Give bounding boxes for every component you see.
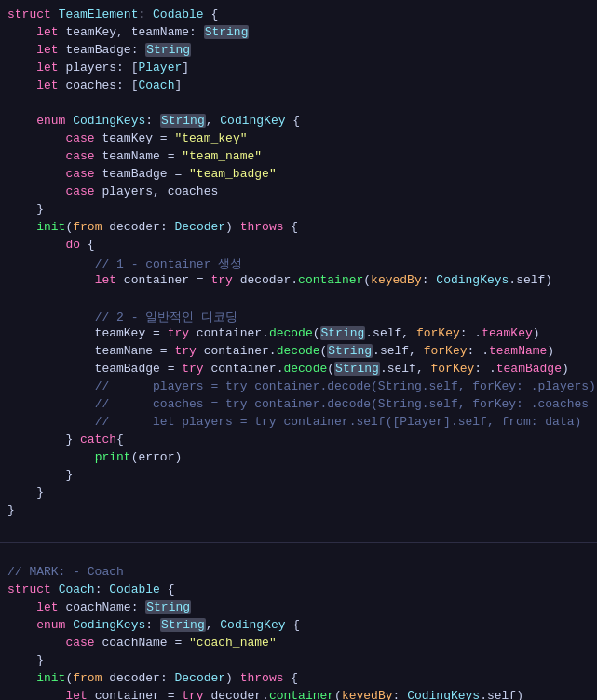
code-line: teamName = try container.decode(String.s… — [0, 344, 597, 362]
code-line: case players, coaches — [0, 185, 597, 202]
code-line: case coachName = "coach_name" — [0, 636, 597, 653]
code-line: let teamKey, teamName: String — [0, 25, 597, 43]
code-line — [0, 96, 597, 114]
code-line: // 1 - container 생성 — [0, 255, 597, 273]
code-line: // let players = try container.self([Pla… — [0, 415, 597, 432]
code-line: let container = try decoder.container(ke… — [0, 273, 597, 291]
code-line: teamKey = try container.decode(String.se… — [0, 326, 597, 344]
code-line: } — [0, 503, 597, 521]
code-line — [0, 521, 597, 539]
code-line: } catch{ — [0, 432, 597, 450]
code-line: case teamName = "team_name" — [0, 149, 597, 167]
code-line: } — [0, 486, 597, 503]
code-line: let container = try decoder.container(ke… — [0, 689, 597, 700]
section-divider — [0, 542, 597, 543]
code-line — [0, 547, 597, 565]
code-line: struct Coach: Codable { — [0, 583, 597, 600]
code-editor: struct TeamElement: Codable { let teamKe… — [0, 0, 597, 700]
code-line: case teamKey = "team_key" — [0, 131, 597, 149]
code-line: // players = try container.decode(String… — [0, 379, 597, 397]
code-line: case teamBadge = "team_badge" — [0, 167, 597, 185]
code-line: let players: [Player] — [0, 61, 597, 78]
code-line: enum CodingKeys: String, CodingKey { — [0, 114, 597, 131]
code-line: init(from decoder: Decoder) throws { — [0, 220, 597, 238]
code-line: // MARK: - Coach — [0, 565, 597, 583]
code-line: teamBadge = try container.decode(String.… — [0, 362, 597, 379]
code-line: // 2 - 일반적인 디코딩 — [0, 309, 597, 326]
code-line: init(from decoder: Decoder) throws { — [0, 671, 597, 689]
code-line: let teamBadge: String — [0, 43, 597, 61]
code-line: let coaches: [Coach] — [0, 78, 597, 96]
code-line: let coachName: String — [0, 600, 597, 618]
code-line: // coaches = try container.decode(String… — [0, 397, 597, 415]
code-line: do { — [0, 238, 597, 255]
code-line: struct TeamElement: Codable { — [0, 7, 597, 25]
code-line: enum CodingKeys: String, CodingKey { — [0, 618, 597, 636]
code-line: } — [0, 468, 597, 486]
code-line: } — [0, 653, 597, 671]
code-line — [0, 291, 597, 309]
code-line: print(error) — [0, 450, 597, 468]
code-line: } — [0, 202, 597, 220]
